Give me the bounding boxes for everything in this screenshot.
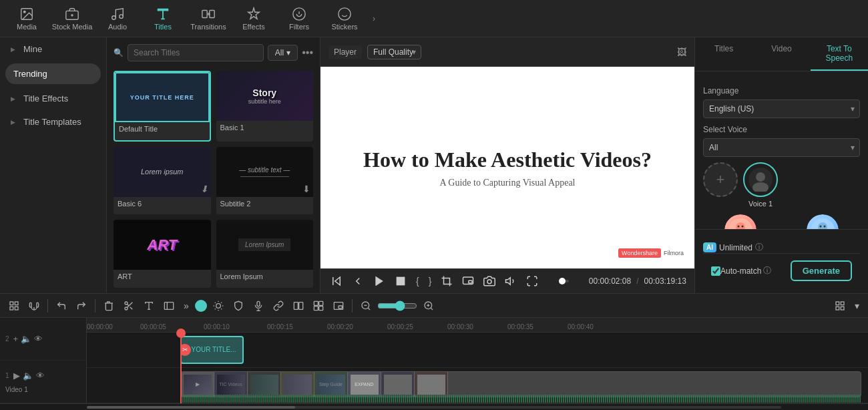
- auto-match-info-icon[interactable]: ⓘ: [763, 265, 771, 276]
- stop-button[interactable]: [393, 273, 409, 289]
- composite-button[interactable]: [310, 298, 327, 313]
- tab-tts[interactable]: Text To Speech: [811, 37, 868, 71]
- delete-button[interactable]: [100, 298, 118, 313]
- fullscreen-button[interactable]: [524, 273, 540, 289]
- zoom-in-button[interactable]: [420, 298, 437, 313]
- expand-toolbar[interactable]: ›: [370, 14, 378, 23]
- sidebar-item-title-effects[interactable]: ▶ Title Effects: [0, 87, 106, 110]
- default-title-label: Default Title: [115, 122, 210, 136]
- title-card-lorem[interactable]: Lorem Ipsum Lorem Ipsum: [216, 220, 314, 288]
- split-button[interactable]: [290, 298, 307, 313]
- toolbar-stickers[interactable]: Stickers: [323, 3, 366, 35]
- svg-line-56: [127, 304, 129, 306]
- color-badge-button[interactable]: [195, 300, 207, 312]
- shield-button[interactable]: [230, 298, 247, 313]
- video1-play-icon[interactable]: ▶: [13, 371, 20, 381]
- voice-filter-select[interactable]: All Male Female: [703, 138, 860, 157]
- title-card-art[interactable]: ART ART: [114, 220, 211, 288]
- voice1-name: Voice 1: [748, 200, 773, 208]
- video-clip[interactable]: ▶ TIC Videos: [180, 371, 861, 397]
- zoom-slider[interactable]: [377, 300, 417, 311]
- pip-button[interactable]: [460, 273, 476, 289]
- frame-back-button[interactable]: [350, 273, 366, 289]
- track2-add-icon[interactable]: +: [13, 334, 19, 344]
- title-card-subtitle2[interactable]: — subtitle text — ⬇ Subtitle 2: [216, 147, 314, 215]
- mic-button[interactable]: [250, 298, 267, 313]
- toolbar-stock-media[interactable]: Stock Media: [51, 3, 93, 35]
- more-options-button[interactable]: •••: [302, 47, 313, 59]
- svg-rect-59: [164, 302, 173, 309]
- sidebar-item-title-templates[interactable]: ▶ Title Templates: [0, 110, 106, 134]
- grid-view-button[interactable]: [831, 298, 849, 313]
- playhead-cursor[interactable]: [180, 333, 182, 403]
- language-label: Language: [703, 86, 860, 95]
- video1-eye-icon[interactable]: 👁: [36, 371, 45, 381]
- toolbar-media[interactable]: Media: [5, 3, 48, 35]
- picture-in-picture-button[interactable]: [330, 298, 347, 313]
- svg-point-61: [216, 303, 220, 308]
- search-icon: 🔍: [114, 48, 124, 57]
- cut-button[interactable]: [120, 298, 138, 313]
- voice-card-jason[interactable]: Jason: [786, 213, 861, 229]
- camera-button[interactable]: [481, 273, 497, 289]
- title-card-basic6[interactable]: Lorem ipsum ⬇ Basic 6: [114, 147, 211, 215]
- language-select[interactable]: English (US) English (UK) Spanish: [703, 99, 860, 118]
- add-voice-button[interactable]: +: [703, 162, 738, 197]
- watermark-brand: Wondershare: [618, 248, 661, 258]
- track2-volume-icon[interactable]: 🔈: [21, 334, 31, 344]
- voice-card-jenny[interactable]: Jenny: [703, 213, 778, 229]
- zoom-out-button[interactable]: [357, 298, 375, 313]
- mark-out-button[interactable]: }: [427, 274, 434, 288]
- generate-button[interactable]: Generate: [791, 260, 852, 281]
- undo-button[interactable]: [53, 298, 70, 313]
- toolbar-effects[interactable]: Effects: [232, 3, 275, 35]
- sidebar-item-mine[interactable]: ▶ Mine: [0, 37, 106, 61]
- tab-titles[interactable]: Titles: [695, 37, 752, 71]
- svg-rect-73: [294, 302, 298, 309]
- toolbar-transitions[interactable]: Transitions: [187, 3, 230, 35]
- art-label: ART: [114, 270, 211, 283]
- title-card-default[interactable]: YOUR TITLE HERE Default Title: [114, 71, 211, 142]
- toolbar-titles[interactable]: Titles: [142, 3, 184, 35]
- voice-card-voice1[interactable]: Voice 1: [743, 162, 778, 208]
- auto-match-checkbox[interactable]: [711, 266, 720, 276]
- timeline-ruler[interactable]: 00:00:00 00:00:05 00:00:10 00:00:15 00:0…: [87, 318, 868, 333]
- svg-line-68: [215, 309, 216, 309]
- link-button[interactable]: [270, 298, 287, 313]
- crop-tl-button[interactable]: [160, 298, 178, 313]
- svg-line-64: [215, 302, 216, 302]
- toolbar-audio[interactable]: Audio: [96, 3, 139, 35]
- audio-button[interactable]: [503, 273, 519, 289]
- progress-container[interactable]: [560, 280, 569, 282]
- video1-volume-icon[interactable]: 🔈: [23, 371, 33, 381]
- crop-button[interactable]: [439, 273, 455, 289]
- redo-button[interactable]: [73, 298, 90, 313]
- filter-dropdown[interactable]: All ▾: [268, 45, 298, 61]
- title-clip[interactable]: ✂ T YOUR TITLE...: [180, 336, 244, 364]
- quality-select[interactable]: Full Quality Half Quality: [367, 45, 421, 59]
- download-icon-sub: ⬇: [302, 184, 310, 194]
- main-content: ▶ Mine Trending ▶ Title Effects ▶ Title …: [0, 37, 868, 293]
- unlimited-info-icon[interactable]: ⓘ: [755, 242, 763, 253]
- search-input[interactable]: [128, 44, 264, 61]
- sidebar-item-trending[interactable]: Trending: [5, 63, 101, 84]
- magnet-button[interactable]: [25, 298, 43, 313]
- svg-rect-75: [314, 301, 318, 305]
- snap-button[interactable]: [5, 298, 23, 313]
- screenshot-icon[interactable]: 🖼: [677, 47, 686, 57]
- svg-marker-16: [335, 277, 341, 285]
- track2-eye-icon[interactable]: 👁: [34, 334, 43, 344]
- title-card-basic1[interactable]: Story subtitle here Basic 1: [216, 71, 314, 142]
- step-back-button[interactable]: [329, 273, 345, 289]
- speed-button[interactable]: »: [180, 298, 192, 313]
- more-tl-button[interactable]: ▾: [851, 298, 863, 313]
- toolbar-filters[interactable]: Filters: [278, 3, 320, 35]
- default-title-text: YOUR TITLE HERE: [130, 94, 194, 101]
- brightness-button[interactable]: [210, 298, 227, 313]
- text-button[interactable]: [140, 298, 158, 313]
- mark-in-button[interactable]: {: [414, 274, 421, 288]
- timeline-scrollbar[interactable]: [0, 403, 868, 410]
- tab-video[interactable]: Video: [752, 37, 810, 71]
- play-button[interactable]: [371, 273, 387, 289]
- svg-rect-70: [257, 301, 260, 306]
